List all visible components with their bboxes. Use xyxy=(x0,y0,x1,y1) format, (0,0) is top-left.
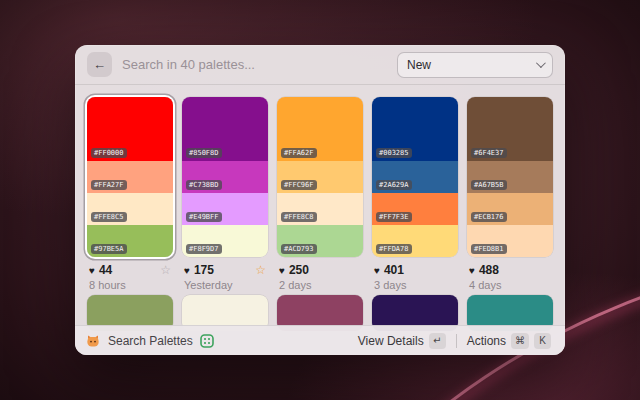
color-hex-label: #ECB176 xyxy=(471,212,507,223)
palette-item[interactable]: #003285 #2A629A #FF7F3E #FFDA78 ♥ 401 3 … xyxy=(372,97,458,292)
back-arrow-icon: ← xyxy=(93,57,106,72)
chevron-down-icon xyxy=(536,58,546,68)
palette-item[interactable]: #FF0000 #FFA27F #FFE8C5 #97BE5A ♥ 44 ☆ 8… xyxy=(87,97,173,292)
extension-app-icon xyxy=(85,333,101,349)
action-bar: Search Palettes View Details ↵ Actions ⌘… xyxy=(75,325,565,355)
heart-icon: ♥ xyxy=(469,265,475,276)
color-swatch[interactable]: #FF0000 xyxy=(87,97,173,161)
color-hex-label: #E49BFF xyxy=(186,212,222,223)
command-key-icon: ⌘ xyxy=(511,333,529,349)
likes-count: 250 xyxy=(289,263,309,277)
search-header: ← Search in 40 palettes... New xyxy=(75,45,565,85)
color-hex-label: #ACD793 xyxy=(281,244,317,255)
palette-age: Yesterday xyxy=(182,279,268,292)
color-hex-label: #FFE8C5 xyxy=(91,212,127,223)
likes-count: 488 xyxy=(479,263,499,277)
search-input[interactable]: Search in 40 palettes... xyxy=(122,57,387,72)
color-hex-label: #FFE8C8 xyxy=(281,212,317,223)
heart-icon: ♥ xyxy=(184,265,190,276)
palette-search-window: ← Search in 40 palettes... New #FF0000 #… xyxy=(75,45,565,355)
actions-label: Actions xyxy=(467,334,506,348)
view-details-button[interactable]: View Details ↵ xyxy=(354,330,450,352)
color-swatch[interactable]: #E49BFF xyxy=(182,193,268,225)
view-details-label: View Details xyxy=(358,334,424,348)
palette-card-selected[interactable]: #FF0000 #FFA27F #FFE8C5 #97BE5A xyxy=(87,97,173,257)
palette-age: 2 days xyxy=(277,279,363,292)
palette-meta: ♥ 401 xyxy=(372,263,458,277)
palette-item[interactable]: #850F8D #C738BD #E49BFF #F8F9D7 ♥ 175 ☆ … xyxy=(182,97,268,292)
color-swatch[interactable]: #97BE5A xyxy=(87,225,173,257)
palette-item[interactable]: #6F4E37 #A67B5B #ECB176 #FED8B1 ♥ 488 4 … xyxy=(467,97,553,292)
star-icon: ☆ xyxy=(255,264,266,276)
color-hex-label: #FFC96F xyxy=(281,180,317,191)
color-swatch[interactable]: #2A629A xyxy=(372,161,458,193)
command-name-label: Search Palettes xyxy=(108,334,193,348)
palette-age: 8 hours xyxy=(87,279,173,292)
footer-divider xyxy=(456,334,457,348)
likes-count: 401 xyxy=(384,263,404,277)
color-swatch[interactable]: #ACD793 xyxy=(277,225,363,257)
color-swatch[interactable]: #FFA27F xyxy=(87,161,173,193)
color-swatch[interactable]: #FFE8C8 xyxy=(277,193,363,225)
back-button[interactable]: ← xyxy=(87,52,112,77)
color-swatch[interactable]: #F8F9D7 xyxy=(182,225,268,257)
color-swatch[interactable]: #FFDA78 xyxy=(372,225,458,257)
likes-count: 44 xyxy=(99,263,112,277)
color-hex-label: #FED8B1 xyxy=(471,244,507,255)
color-swatch[interactable]: #FF7F3E xyxy=(372,193,458,225)
color-hex-label: #FFDA78 xyxy=(376,244,412,255)
palette-meta: ♥ 250 xyxy=(277,263,363,277)
color-hex-label: #C738BD xyxy=(186,180,222,191)
palette-grid-icon xyxy=(200,334,214,348)
color-swatch[interactable]: #FFC96F xyxy=(277,161,363,193)
color-hex-label: #FF0000 xyxy=(91,148,127,159)
heart-icon: ♥ xyxy=(279,265,285,276)
color-hex-label: #F8F9D7 xyxy=(186,244,222,255)
palette-age: 3 days xyxy=(372,279,458,292)
likes-count: 175 xyxy=(194,263,214,277)
color-swatch[interactable]: #FED8B1 xyxy=(467,225,553,257)
palette-age: 4 days xyxy=(467,279,553,292)
color-swatch[interactable]: #6F4E37 xyxy=(467,97,553,161)
color-swatch[interactable]: #A67B5B xyxy=(467,161,553,193)
color-hex-label: #003285 xyxy=(376,148,412,159)
palette-card[interactable]: #850F8D #C738BD #E49BFF #F8F9D7 xyxy=(182,97,268,257)
color-swatch[interactable]: #C738BD xyxy=(182,161,268,193)
color-hex-label: #850F8D xyxy=(186,148,222,159)
palette-card[interactable]: #FFA62F #FFC96F #FFE8C8 #ACD793 xyxy=(277,97,363,257)
enter-key-icon: ↵ xyxy=(429,333,446,349)
color-hex-label: #2A629A xyxy=(376,180,412,191)
color-swatch[interactable]: #003285 xyxy=(372,97,458,161)
palette-card[interactable]: #6F4E37 #A67B5B #ECB176 #FED8B1 xyxy=(467,97,553,257)
palette-grid: #FF0000 #FFA27F #FFE8C5 #97BE5A ♥ 44 ☆ 8… xyxy=(75,85,565,331)
palette-card[interactable]: #003285 #2A629A #FF7F3E #FFDA78 xyxy=(372,97,458,257)
color-hex-label: #FFA27F xyxy=(91,180,127,191)
color-hex-label: #FF7F3E xyxy=(376,212,412,223)
color-swatch[interactable]: #ECB176 xyxy=(467,193,553,225)
actions-button[interactable]: Actions ⌘ K xyxy=(463,330,555,352)
k-key-icon: K xyxy=(534,333,551,349)
color-hex-label: #6F4E37 xyxy=(471,148,507,159)
palette-meta: ♥ 44 ☆ xyxy=(87,263,173,277)
color-swatch[interactable]: #FFE8C5 xyxy=(87,193,173,225)
sort-dropdown[interactable]: New xyxy=(397,52,553,78)
color-swatch[interactable]: #850F8D xyxy=(182,97,268,161)
star-icon: ☆ xyxy=(160,264,171,276)
color-hex-label: #A67B5B xyxy=(471,180,507,191)
color-hex-label: #FFA62F xyxy=(281,148,317,159)
sort-dropdown-value: New xyxy=(407,58,431,72)
palette-item[interactable]: #FFA62F #FFC96F #FFE8C8 #ACD793 ♥ 250 2 … xyxy=(277,97,363,292)
heart-icon: ♥ xyxy=(89,265,95,276)
color-swatch[interactable]: #FFA62F xyxy=(277,97,363,161)
palette-meta: ♥ 175 ☆ xyxy=(182,263,268,277)
heart-icon: ♥ xyxy=(374,265,380,276)
palette-meta: ♥ 488 xyxy=(467,263,553,277)
color-hex-label: #97BE5A xyxy=(91,244,127,255)
